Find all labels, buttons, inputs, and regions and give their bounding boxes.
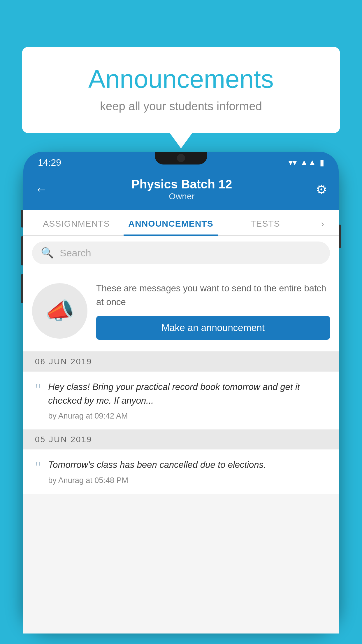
back-button[interactable]: ← bbox=[35, 182, 48, 197]
status-icons: ▾▾ ▲▲ ▮ bbox=[289, 158, 324, 167]
announcement-content-1: Hey class! Bring your practical record b… bbox=[48, 380, 330, 421]
tab-more[interactable]: › bbox=[312, 210, 333, 235]
date-label-2: 05 JUN 2019 bbox=[35, 435, 92, 444]
announcement-text-2: Tomorrow's class has been cancelled due … bbox=[48, 458, 330, 472]
header-center: Physics Batch 12 Owner bbox=[131, 177, 232, 201]
power-button bbox=[339, 225, 341, 248]
tab-tests[interactable]: TESTS bbox=[218, 210, 312, 235]
date-separator-1: 06 JUN 2019 bbox=[23, 352, 339, 372]
volume-mute-button bbox=[21, 210, 23, 228]
search-bar[interactable]: 🔍 Search bbox=[32, 242, 330, 264]
settings-icon[interactable]: ⚙ bbox=[316, 182, 327, 197]
tab-announcements[interactable]: ANNOUNCEMENTS bbox=[124, 210, 218, 235]
volume-down-button bbox=[21, 274, 23, 303]
bubble-subtitle: keep all your students informed bbox=[45, 100, 317, 113]
batch-title: Physics Batch 12 bbox=[131, 177, 232, 191]
prompt-right: These are messages you want to send to t… bbox=[96, 282, 330, 340]
announcement-meta-1: by Anurag at 09:42 AM bbox=[48, 412, 330, 421]
megaphone-icon: 📣 bbox=[45, 297, 74, 325]
announcement-item-1[interactable]: " Hey class! Bring your practical record… bbox=[23, 372, 339, 430]
quote-icon-2: " bbox=[35, 460, 41, 475]
phone-device: 14:29 ▾▾ ▲▲ ▮ ← Physics Batch 12 Owner ⚙… bbox=[23, 152, 339, 627]
volume-up-button bbox=[21, 236, 23, 265]
battery-icon: ▮ bbox=[320, 158, 324, 167]
search-bar-container: 🔍 Search bbox=[23, 236, 339, 270]
date-label-1: 06 JUN 2019 bbox=[35, 357, 92, 366]
bubble-title: Announcements bbox=[45, 64, 317, 94]
status-time: 14:29 bbox=[38, 157, 61, 168]
search-icon: 🔍 bbox=[41, 247, 54, 259]
announcement-text-1: Hey class! Bring your practical record b… bbox=[48, 380, 330, 407]
quote-icon-1: " bbox=[35, 382, 41, 397]
make-announcement-button[interactable]: Make an announcement bbox=[96, 316, 330, 340]
app-header: ← Physics Batch 12 Owner ⚙ bbox=[23, 172, 339, 210]
tabs-bar: ASSIGNMENTS ANNOUNCEMENTS TESTS › bbox=[23, 210, 339, 236]
tab-assignments[interactable]: ASSIGNMENTS bbox=[29, 210, 124, 235]
phone-content: 🔍 Search 📣 These are messages you want t… bbox=[23, 236, 339, 634]
announcement-meta-2: by Anurag at 05:48 PM bbox=[48, 476, 330, 485]
batch-role: Owner bbox=[131, 191, 232, 201]
speech-bubble-section: Announcements keep all your students inf… bbox=[22, 47, 340, 133]
date-separator-2: 05 JUN 2019 bbox=[23, 430, 339, 449]
announcement-content-2: Tomorrow's class has been cancelled due … bbox=[48, 458, 330, 485]
phone-wrapper: 14:29 ▾▾ ▲▲ ▮ ← Physics Batch 12 Owner ⚙… bbox=[23, 152, 339, 644]
announcement-item-2[interactable]: " Tomorrow's class has been cancelled du… bbox=[23, 449, 339, 494]
speech-bubble-card: Announcements keep all your students inf… bbox=[22, 47, 340, 133]
search-placeholder-text: Search bbox=[60, 247, 91, 259]
signal-icon: ▲▲ bbox=[300, 158, 316, 167]
wifi-icon: ▾▾ bbox=[289, 158, 297, 167]
megaphone-circle: 📣 bbox=[32, 283, 87, 339]
announcement-prompt: 📣 These are messages you want to send to… bbox=[23, 270, 339, 352]
prompt-description: These are messages you want to send to t… bbox=[96, 282, 330, 309]
front-camera bbox=[177, 154, 185, 162]
phone-notch bbox=[155, 152, 207, 164]
